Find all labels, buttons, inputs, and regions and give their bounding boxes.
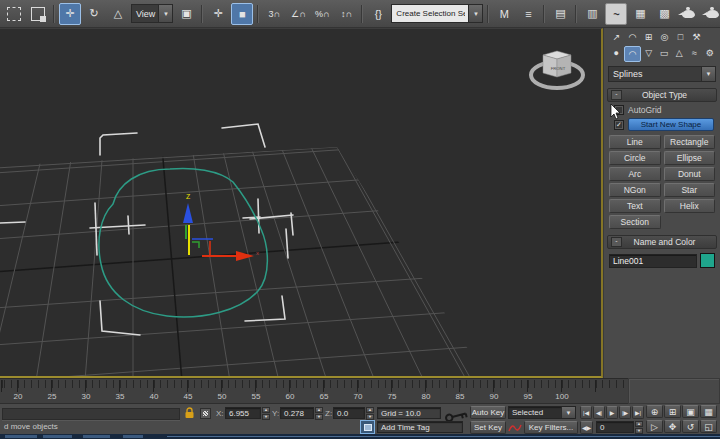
name-and-color-rollout-header[interactable]: - Name and Color (607, 235, 717, 249)
object-type-button-circle[interactable]: Circle (609, 151, 661, 165)
subtab-systems[interactable]: ⚙ (703, 46, 717, 60)
chevron-down-icon[interactable]: ▼ (701, 67, 715, 81)
toolbar-separator (201, 5, 203, 23)
previous-frame-button[interactable]: ◀| (593, 406, 605, 419)
object-type-button-arc[interactable]: Arc (609, 167, 661, 181)
edit-named-selection-sets-icon[interactable]: {} (367, 3, 389, 25)
snap-toggle-3d-icon[interactable]: 3∩ (263, 3, 285, 25)
set-key-mode-icon[interactable] (508, 421, 522, 434)
select-and-rotate-icon[interactable]: ↻ (83, 3, 105, 25)
go-to-end-button[interactable]: ▶| (632, 406, 644, 419)
tab-utilities[interactable]: ⚒ (689, 30, 704, 44)
auto-key-button[interactable]: Auto Key (470, 406, 506, 419)
y-coordinate-field[interactable]: 0.278 (280, 407, 314, 419)
chevron-down-icon[interactable]: ▼ (468, 5, 482, 22)
use-pivot-point-center-icon[interactable]: ▣ (175, 3, 197, 25)
zoom-button[interactable]: ⊕ (646, 405, 663, 418)
angle-snap-icon[interactable]: ∠∩ (287, 3, 309, 25)
mini-track-strip[interactable] (2, 408, 180, 420)
object-type-button-donut[interactable]: Donut (664, 167, 716, 181)
tab-display[interactable]: □ (673, 30, 688, 44)
layer-manager-icon[interactable]: ▤ (549, 3, 571, 25)
object-type-rollout-header[interactable]: - Object Type (607, 88, 717, 102)
object-color-swatch[interactable] (700, 253, 715, 268)
window-crossing-toggle-icon[interactable] (27, 3, 49, 25)
object-type-button-helix[interactable]: Helix (664, 199, 716, 213)
x-coordinate-field[interactable]: 6.955 (225, 407, 261, 419)
z-spinner[interactable]: ▲▼ (366, 407, 374, 419)
current-frame-field[interactable]: 0 (596, 421, 634, 433)
start-new-shape-checkbox[interactable]: ✓ (614, 120, 624, 130)
scene-explorer-icon[interactable]: ▥ (581, 3, 603, 25)
subtab-helpers[interactable]: △ (672, 46, 686, 60)
object-name-field[interactable]: Line001 (609, 254, 697, 268)
orbit-button[interactable]: ↺ (682, 420, 699, 433)
tab-modify[interactable]: ◠ (625, 30, 640, 44)
rollout-minimize-icon[interactable]: - (611, 90, 622, 100)
object-type-button-text[interactable]: Text (609, 199, 661, 213)
shape-category-dropdown[interactable]: Splines ▼ (608, 66, 716, 82)
rendered-frame-window-icon[interactable] (701, 3, 720, 25)
tab-motion[interactable]: ◎ (657, 30, 672, 44)
spinner-snap-icon[interactable]: ↕∩ (335, 3, 357, 25)
isolate-selection-toggle[interactable] (360, 420, 375, 434)
select-and-scale-icon[interactable]: △ (107, 3, 129, 25)
pan-view-button[interactable]: ✥ (664, 420, 681, 433)
rollout-minimize-icon[interactable]: - (611, 237, 622, 247)
perspective-viewport[interactable]: Z x FRONT (0, 28, 603, 378)
x-spinner[interactable]: ▲▼ (262, 407, 270, 419)
reference-coordinate-dropdown[interactable]: View▼ (131, 4, 173, 23)
keyboard-shortcut-override-icon[interactable]: ■ (231, 3, 253, 25)
set-key-button[interactable]: Set Key (470, 421, 506, 434)
object-type-button-ellipse[interactable]: Ellipse (664, 151, 716, 165)
object-type-button-section[interactable]: Section (609, 215, 661, 229)
zoom-all-button[interactable]: ⊞ (664, 405, 681, 418)
tab-create[interactable]: ↗ (609, 30, 624, 44)
select-and-move-icon[interactable]: ✛ (59, 3, 81, 25)
viewcube[interactable]: FRONT (531, 51, 583, 88)
selection-set-dropdown[interactable]: Selected ▼ (508, 406, 576, 419)
z-coordinate-field[interactable]: 0.0 (333, 407, 365, 419)
maximize-viewport-toggle[interactable]: ◱ (700, 420, 717, 433)
object-type-button-ngon[interactable]: NGon (609, 183, 661, 197)
render-setup-icon[interactable] (677, 3, 699, 25)
zoom-extents-button[interactable]: ▣ (682, 405, 699, 418)
schematic-view-icon[interactable]: ▦ (629, 3, 651, 25)
chevron-down-icon[interactable]: ▼ (158, 5, 172, 22)
frame-spinner[interactable]: ▲▼ (635, 421, 643, 433)
named-selection-set-field[interactable]: Create Selection Se▼ (391, 4, 483, 23)
chevron-down-icon[interactable]: ▼ (561, 407, 575, 418)
add-time-tag-button[interactable]: Add Time Tag (377, 421, 463, 433)
zoom-extents-all-button[interactable]: ▦ (700, 405, 717, 418)
material-editor-icon[interactable]: ▩ (653, 3, 675, 25)
subtab-geometry[interactable]: ● (609, 46, 623, 60)
y-coordinate-label: Y: (272, 409, 279, 418)
next-frame-button[interactable]: |▶ (619, 406, 631, 419)
curve-editor-icon[interactable]: ~ (605, 3, 627, 25)
field-of-view-button[interactable]: ▷ (646, 420, 663, 433)
go-to-start-button[interactable]: |◀ (580, 406, 592, 419)
subtab-space-warps[interactable]: ≈ (687, 46, 701, 60)
subtab-lights[interactable]: ▽ (642, 46, 656, 60)
play-button[interactable]: ▶ (606, 406, 618, 419)
absolute-mode-toggle[interactable] (200, 408, 211, 419)
start-new-shape-button[interactable]: Start New Shape (628, 118, 714, 131)
tab-hierarchy[interactable]: ⊞ (641, 30, 656, 44)
y-spinner[interactable]: ▲▼ (315, 407, 323, 419)
subtab-cameras[interactable]: ▭ (657, 46, 671, 60)
track-bar[interactable]: 20253035404550556065707580859095100 (0, 378, 628, 404)
selection-lock-icon[interactable] (184, 407, 195, 419)
key-filters-button[interactable]: Key Filters... (524, 421, 578, 434)
object-type-button-rectangle[interactable]: Rectangle (664, 135, 716, 149)
object-type-button-line[interactable]: Line (609, 135, 661, 149)
mirror-icon[interactable]: M (493, 3, 515, 25)
percent-snap-icon[interactable]: %∩ (311, 3, 333, 25)
object-type-button-star[interactable]: Star (664, 183, 716, 197)
select-and-manipulate-icon[interactable]: ✛ (207, 3, 229, 25)
rect-shape-bottom-center (245, 296, 285, 321)
align-icon[interactable]: ≡ (517, 3, 539, 25)
rectangular-selection-region-icon[interactable] (3, 3, 25, 25)
subtab-shapes[interactable]: ◠ (624, 46, 640, 62)
key-mode-toggle[interactable]: ◀▶ (580, 421, 593, 434)
shape-category-value: Splines (613, 69, 643, 79)
